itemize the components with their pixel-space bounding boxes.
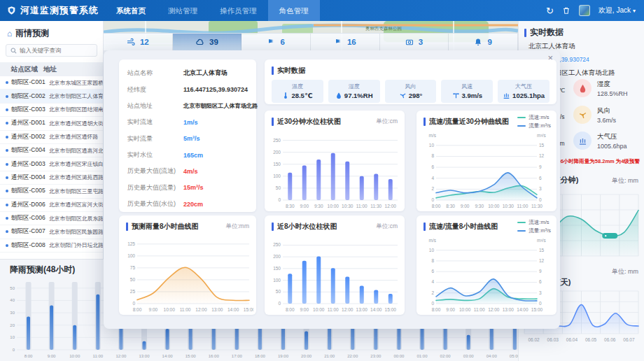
station-row[interactable]: 通州区-D001北京市通州区通胡大街: [0, 117, 103, 130]
svg-text:30: 30: [10, 311, 15, 315]
rain-8h-area-chart: 02550751001258:009:0010:0011:0012:0013:0…: [122, 234, 253, 313]
svg-text:06.02: 06.02: [528, 337, 540, 342]
status-dot: [6, 204, 8, 206]
stat-value: 6: [280, 38, 284, 46]
info-value: 北京工人体育场: [183, 69, 227, 78]
svg-text:15:00: 15:00: [186, 354, 197, 358]
stat-wind[interactable]: 12: [104, 34, 173, 50]
realtime-panel-title-row: 实时数据: [524, 27, 564, 38]
svg-text:11:30: 11:30: [531, 204, 542, 208]
svg-text:01:00: 01:00: [417, 354, 428, 358]
card-label: 大气压: [498, 83, 550, 90]
svg-text:10:00: 10:00: [328, 204, 340, 208]
stat-alarm[interactable]: 9: [449, 34, 518, 50]
station-address: 北京市朝阳区工人体育: [49, 92, 103, 100]
tab-home[interactable]: 系统首页: [105, 0, 157, 21]
realtime-data-card: 实时数据 温度 28.5℃ 湿度 97.1%RH 风向 298° 风速 3.9m…: [265, 59, 556, 104]
status-dot: [6, 244, 8, 247]
info-value: 165cm: [183, 152, 203, 159]
svg-text:9:30: 9:30: [475, 204, 484, 208]
svg-text:11:00: 11:00: [517, 204, 528, 208]
station-row[interactable]: 通州区-D004北京市通州区潞苑西路: [0, 171, 103, 185]
svg-text:250: 250: [273, 138, 281, 143]
stat-camera[interactable]: 3: [380, 34, 449, 50]
stat-flood-2[interactable]: 16: [311, 34, 380, 50]
legend-item: 流速:m/s: [517, 219, 551, 226]
search-input[interactable]: [20, 47, 92, 54]
stat-value: 16: [347, 38, 356, 46]
svg-text:4: 4: [431, 279, 434, 284]
pressure-card: 大气压 1025.1hpa: [498, 80, 550, 103]
tab-stations[interactable]: 测站管理: [157, 0, 209, 21]
title-accent-bar: [424, 222, 426, 231]
stat-label: 湿度: [597, 80, 628, 89]
user-menu[interactable]: 欢迎, Jack ▾: [598, 6, 636, 15]
flood-flag-icon: [267, 38, 275, 46]
station-row[interactable]: 朝阳区-C006北京市朝阳区北辰东路: [0, 212, 103, 225]
svg-text:9:00: 9:00: [446, 307, 455, 312]
tab-operators[interactable]: 操作员管理: [209, 0, 268, 21]
station-address: 北京市朝阳区三里屯路: [49, 187, 103, 195]
tab-roles[interactable]: 角色管理: [268, 0, 320, 21]
status-dot: [6, 149, 8, 152]
svg-text:12:00: 12:00: [342, 307, 354, 312]
station-row[interactable]: 通州区-D002北京市通州区通怀路: [0, 131, 103, 144]
info-label: 实时水位: [127, 150, 183, 160]
svg-text:50: 50: [10, 286, 15, 290]
stat-flood-1[interactable]: 6: [241, 34, 311, 50]
svg-text:0: 0: [431, 197, 434, 202]
camera-icon: [405, 38, 414, 46]
svg-text:9: 9: [539, 164, 542, 169]
info-value: 4m/s: [183, 168, 198, 175]
col-station: 站点区域: [0, 65, 41, 74]
cloud-icon: [195, 38, 204, 46]
alarm-icon: [474, 38, 482, 46]
refresh-icon[interactable]: ↻: [546, 6, 554, 15]
station-row[interactable]: 朝阳区-C001北京市东城区王家园桥: [0, 76, 103, 90]
svg-text:14:00: 14:00: [162, 354, 174, 358]
station-row[interactable]: 朝阳区-C003北京市朝阳区团结湖南: [0, 104, 103, 117]
svg-text:10:00: 10:00: [459, 307, 471, 312]
flow-8h-card: 流速/流量8小时曲线图 流速:m/s流量:m³/s 00234669812101…: [416, 215, 556, 315]
svg-text:11:00: 11:00: [474, 307, 485, 312]
wind-direction-card: 风向 298°: [385, 80, 437, 103]
station-row[interactable]: 朝阳区-C005北京市朝阳区三里屯路: [0, 185, 103, 198]
station-row[interactable]: 朝阳区-C004北京市朝阳区通惠河北: [0, 144, 103, 157]
svg-text:14:00: 14:00: [517, 307, 528, 312]
svg-text:10:00: 10:00: [488, 204, 500, 208]
trash-icon[interactable]: [562, 6, 570, 15]
station-row[interactable]: 通州区-D006北京市通州区富河大街: [0, 199, 103, 212]
card-label: 风向: [385, 83, 437, 90]
station-row[interactable]: 朝阳区-C007北京市朝阳区民族园路: [0, 225, 103, 239]
status-dot: [6, 163, 8, 166]
info-value: 1m/s: [183, 119, 198, 126]
stat-cloud[interactable]: 39: [173, 34, 242, 50]
card-label: 风速: [441, 83, 493, 90]
stat-value: 128.5%RH: [597, 90, 628, 97]
svg-text:10:00: 10:00: [313, 307, 325, 312]
humidity-card: 湿度 97.1%RH: [328, 80, 380, 103]
svg-text:0: 0: [132, 301, 135, 306]
station-row[interactable]: 朝阳区-C008北京朝阳门外日坛北路: [0, 239, 103, 253]
flow-30min-card: 流速/流量近30分钟曲线图 流速:m/s流量:m³/s 002346698121…: [416, 111, 556, 211]
svg-text:6: 6: [539, 279, 542, 284]
station-address: 北京市通州区宋庄镇白: [49, 160, 103, 168]
svg-text:10:30: 10:30: [342, 204, 354, 208]
station-row[interactable]: 通州区-D003北京市通州区宋庄镇白: [0, 157, 103, 171]
search-icon: [10, 48, 17, 54]
realtime-panel-title: 实时数据: [530, 27, 564, 38]
home-icon: ⌂: [7, 29, 12, 38]
station-id: 朝阳区-C006: [11, 214, 49, 222]
info-value: 116.447125,39.930724: [183, 86, 248, 93]
station-search[interactable]: [6, 44, 97, 57]
svg-text:10:00: 10:00: [69, 354, 80, 358]
svg-text:6: 6: [539, 176, 542, 180]
station-address: 北京市通州区富河大街: [49, 201, 103, 208]
rain-8h-card: 预测雨量8小时曲线图单位:mm 02550751001258:009:0010:…: [119, 215, 256, 315]
wind-stat: 风向3.6m/s: [573, 106, 616, 124]
station-row-selected[interactable]: 朝阳区-C002北京市朝阳区工人体育: [0, 90, 103, 103]
svg-text:200: 200: [273, 150, 281, 155]
avatar[interactable]: [579, 5, 590, 16]
svg-text:15:00: 15:00: [244, 307, 253, 312]
svg-text:2: 2: [431, 186, 434, 191]
